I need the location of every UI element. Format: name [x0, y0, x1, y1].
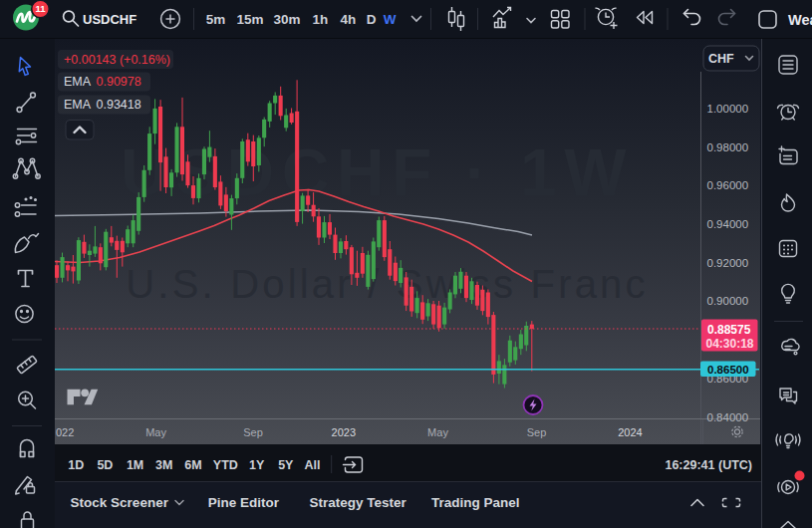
svg-text:022: 022: [56, 426, 74, 438]
svg-text:5m: 5m: [206, 12, 226, 27]
svg-text:1D: 1D: [68, 458, 84, 472]
svg-text:U.S. Dollar / Swiss Franc: U.S. Dollar / Swiss Franc: [126, 262, 649, 306]
svg-text:4h: 4h: [341, 12, 357, 27]
svg-text:30m: 30m: [273, 12, 300, 27]
svg-text:15m: 15m: [236, 12, 263, 27]
svg-text:5D: 5D: [97, 458, 113, 472]
svg-text:+0.00143 (+0.16%): +0.00143 (+0.16%): [64, 53, 170, 67]
svg-text:W: W: [384, 12, 397, 27]
svg-text:1M: 1M: [127, 458, 143, 472]
svg-text:1h: 1h: [313, 12, 329, 27]
svg-text:May: May: [427, 426, 448, 438]
svg-text:0.90978: 0.90978: [97, 75, 141, 89]
svg-text:3M: 3M: [155, 458, 172, 472]
svg-text:Trading Panel: Trading Panel: [431, 495, 520, 510]
svg-text:Sep: Sep: [243, 426, 263, 438]
svg-text:04:30:18: 04:30:18: [706, 337, 754, 351]
svg-text:Weather: Weather: [788, 12, 812, 28]
svg-text:2024: 2024: [618, 426, 642, 438]
svg-text:0.92000: 0.92000: [707, 257, 749, 269]
svg-text:All: All: [305, 458, 321, 472]
svg-text:6M: 6M: [184, 458, 201, 472]
svg-text:0.86500: 0.86500: [707, 364, 749, 376]
svg-text:5Y: 5Y: [278, 458, 294, 472]
svg-text:0.94000: 0.94000: [707, 218, 749, 230]
svg-text:YTD: YTD: [213, 458, 238, 472]
svg-text:May: May: [145, 426, 166, 438]
svg-text:EMA: EMA: [64, 75, 92, 89]
svg-text:Sep: Sep: [527, 426, 547, 438]
svg-text:0.98000: 0.98000: [707, 141, 749, 153]
svg-text:11: 11: [35, 3, 46, 14]
svg-text:0.84000: 0.84000: [707, 411, 749, 423]
svg-text:Strategy Tester: Strategy Tester: [310, 495, 407, 510]
svg-text:Stock Screener: Stock Screener: [71, 495, 169, 510]
svg-text:16:29:41 (UTC): 16:29:41 (UTC): [665, 458, 752, 472]
svg-text:1.00000: 1.00000: [707, 103, 749, 115]
svg-text:0.90000: 0.90000: [707, 295, 749, 307]
svg-text:EMA: EMA: [64, 98, 92, 112]
svg-text:Pine Editor: Pine Editor: [208, 495, 280, 510]
svg-text:CHF: CHF: [708, 52, 734, 66]
svg-text:0.93418: 0.93418: [97, 98, 141, 112]
svg-text:0.96000: 0.96000: [707, 179, 749, 191]
svg-text:0.88575: 0.88575: [707, 323, 751, 337]
svg-text:D: D: [367, 12, 377, 27]
svg-text:USDCHF: USDCHF: [83, 12, 136, 27]
svg-text:1Y: 1Y: [249, 458, 265, 472]
svg-text:2023: 2023: [332, 426, 356, 438]
